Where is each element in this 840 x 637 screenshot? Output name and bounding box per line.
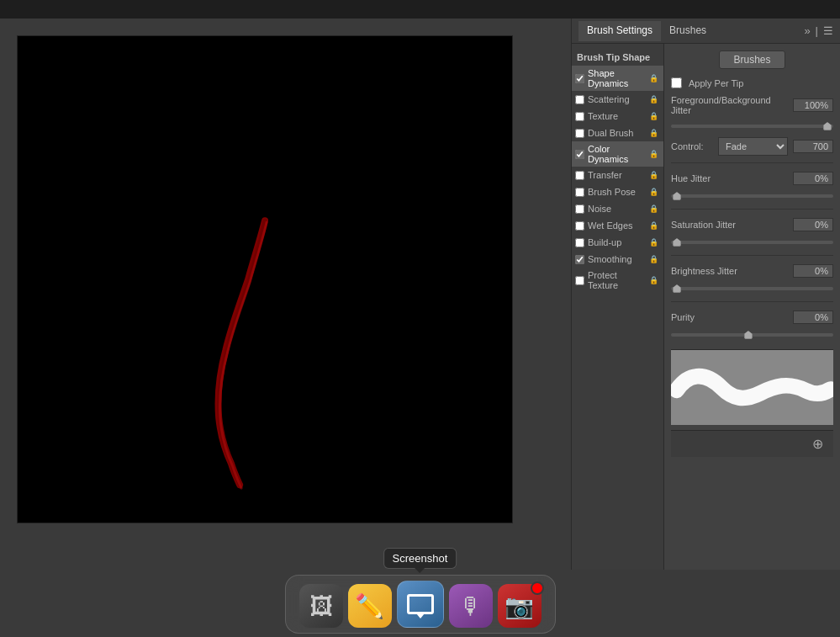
- saturation-jitter-label: Saturation Jitter: [671, 220, 793, 230]
- top-bar: [0, 0, 840, 19]
- brightness-jitter-slider[interactable]: [671, 284, 833, 293]
- sidebar-item-noise[interactable]: Noise 🔒: [572, 200, 663, 217]
- brush-settings-panel: Brush Settings Brushes » | ☰ Brush Tip S…: [571, 19, 840, 570]
- fg-bg-slider[interactable]: [671, 122, 833, 130]
- add-preview-button[interactable]: ⊕: [809, 434, 827, 454]
- tab-brush-settings[interactable]: Brush Settings: [578, 21, 661, 41]
- fg-bg-jitter-value[interactable]: [793, 98, 833, 112]
- hue-jitter-row: Hue Jitter: [671, 172, 833, 185]
- checkbox-protect-texture[interactable]: [575, 276, 584, 285]
- divider-4: [671, 301, 833, 302]
- lock-icon-scattering: 🔒: [649, 95, 658, 104]
- lock-icon-wet-edges: 🔒: [649, 221, 658, 230]
- checkbox-buildup[interactable]: [575, 238, 584, 247]
- checkbox-brush-pose[interactable]: [575, 188, 584, 197]
- dock-item-screenshot[interactable]: Screenshot: [397, 581, 444, 628]
- control-label: Control:: [671, 141, 713, 151]
- hue-jitter-slider[interactable]: [671, 192, 833, 200]
- sidebar-item-brush-pose[interactable]: Brush Pose 🔒: [572, 183, 663, 200]
- dock-item-purple[interactable]: 🎙: [449, 584, 493, 628]
- sidebar-item-scattering[interactable]: Scattering 🔒: [572, 91, 663, 108]
- expand-icon[interactable]: »: [804, 24, 810, 37]
- sidebar-item-transfer[interactable]: Transfer 🔒: [572, 167, 663, 183]
- checkbox-color-dynamics[interactable]: [575, 150, 584, 159]
- purity-slider[interactable]: [671, 331, 833, 339]
- lock-icon-transfer: 🔒: [649, 171, 658, 179]
- dock-icon-purple: 🎙: [449, 584, 493, 628]
- hue-jitter-thumb[interactable]: [673, 192, 681, 200]
- sidebar-item-protect-texture[interactable]: Protect Texture 🔒: [572, 268, 663, 293]
- checkbox-dual-brush[interactable]: [575, 129, 584, 138]
- apply-per-tip-label[interactable]: Apply Per Tip: [671, 77, 743, 88]
- dock-icon-1: 🖼: [299, 584, 343, 628]
- purity-thumb[interactable]: [744, 331, 753, 339]
- purity-row: Purity: [671, 311, 833, 324]
- dock-badge-red: [531, 581, 544, 595]
- lock-icon-smoothing: 🔒: [649, 255, 658, 263]
- checkbox-scattering[interactable]: [575, 95, 584, 104]
- fg-bg-jitter-label: Foreground/Background Jitter: [671, 95, 793, 115]
- checkbox-transfer[interactable]: [575, 171, 584, 180]
- brightness-jitter-value[interactable]: [793, 264, 833, 278]
- lock-icon-color-dynamics: 🔒: [649, 150, 658, 158]
- divider-3: [671, 255, 833, 256]
- checkbox-apply-per-tip[interactable]: [671, 77, 682, 88]
- purity-label: Purity: [671, 312, 793, 322]
- purity-value[interactable]: [793, 311, 833, 324]
- checkbox-texture[interactable]: [575, 112, 584, 121]
- panel-tabs: Brush Settings Brushes » | ☰: [572, 19, 840, 44]
- lock-icon-dual-brush: 🔒: [649, 129, 658, 137]
- dock-icon-yellow: ✏️: [348, 584, 392, 628]
- checkbox-shape-dynamics[interactable]: [575, 74, 584, 83]
- fg-bg-slider-track: [671, 125, 833, 128]
- apply-per-tip-row: Apply Per Tip: [671, 77, 833, 88]
- panel-footer: ⊕: [671, 430, 833, 457]
- saturation-jitter-slider[interactable]: [671, 238, 833, 247]
- checkbox-smoothing[interactable]: [575, 255, 584, 264]
- sidebar-item-shape-dynamics[interactable]: Shape Dynamics 🔒: [572, 66, 663, 91]
- lock-icon-brush-pose: 🔒: [649, 188, 658, 196]
- brightness-jitter-label: Brightness Jitter: [671, 266, 793, 276]
- lock-icon-buildup: 🔒: [649, 238, 658, 247]
- control-select[interactable]: Fade: [718, 137, 788, 156]
- screenshot-frame-icon: [407, 594, 434, 614]
- saturation-jitter-value[interactable]: [793, 218, 833, 231]
- brush-list-sidebar: Brush Tip Shape Shape Dynamics 🔒 Scatter…: [572, 44, 664, 570]
- canvas-area: [0, 19, 571, 570]
- dock-icon-screenshot: [397, 581, 444, 628]
- sidebar-item-brush-tip-shape[interactable]: Brush Tip Shape: [572, 49, 663, 66]
- lock-icon-shape-dynamics: 🔒: [649, 74, 658, 82]
- hue-jitter-value[interactable]: [793, 172, 833, 185]
- hue-jitter-track: [671, 194, 833, 198]
- divider-2: [671, 209, 833, 210]
- sidebar-item-color-dynamics[interactable]: Color Dynamics 🔒: [572, 141, 663, 167]
- control-value-input[interactable]: [793, 140, 833, 153]
- fg-bg-jitter-row: Foreground/Background Jitter: [671, 95, 833, 115]
- control-row: Control: Fade: [671, 137, 833, 156]
- dock-item-1[interactable]: 🖼: [299, 584, 343, 628]
- brightness-jitter-row: Brightness Jitter: [671, 264, 833, 278]
- divider-1: [671, 162, 833, 163]
- brush-stroke-svg: [18, 36, 512, 523]
- lock-icon-protect-texture: 🔒: [649, 276, 658, 284]
- brushes-button[interactable]: Brushes: [719, 50, 785, 69]
- lock-icon-noise: 🔒: [649, 204, 658, 213]
- sidebar-item-wet-edges[interactable]: Wet Edges 🔒: [572, 217, 663, 234]
- drawing-canvas[interactable]: [17, 35, 513, 523]
- checkbox-wet-edges[interactable]: [575, 221, 584, 231]
- sidebar-item-texture[interactable]: Texture 🔒: [572, 108, 663, 125]
- brightness-jitter-track: [671, 287, 833, 290]
- brightness-jitter-thumb[interactable]: [673, 284, 681, 293]
- checkbox-noise[interactable]: [575, 204, 584, 214]
- dock-item-red[interactable]: 📷: [498, 584, 542, 628]
- sidebar-item-dual-brush[interactable]: Dual Brush 🔒: [572, 125, 663, 141]
- tab-brushes[interactable]: Brushes: [661, 21, 715, 41]
- fg-bg-slider-thumb[interactable]: [823, 122, 832, 130]
- sidebar-item-buildup[interactable]: Build-up 🔒: [572, 234, 663, 251]
- saturation-jitter-thumb[interactable]: [673, 238, 681, 247]
- sidebar-item-smoothing[interactable]: Smoothing 🔒: [572, 251, 663, 268]
- dock-item-yellow[interactable]: ✏️: [348, 584, 392, 628]
- dock: 🖼 ✏️ Screenshot 🎙 📷: [285, 575, 556, 634]
- panel-menu-icon[interactable]: ☰: [823, 24, 833, 37]
- panel-tab-icons: » | ☰: [804, 24, 833, 37]
